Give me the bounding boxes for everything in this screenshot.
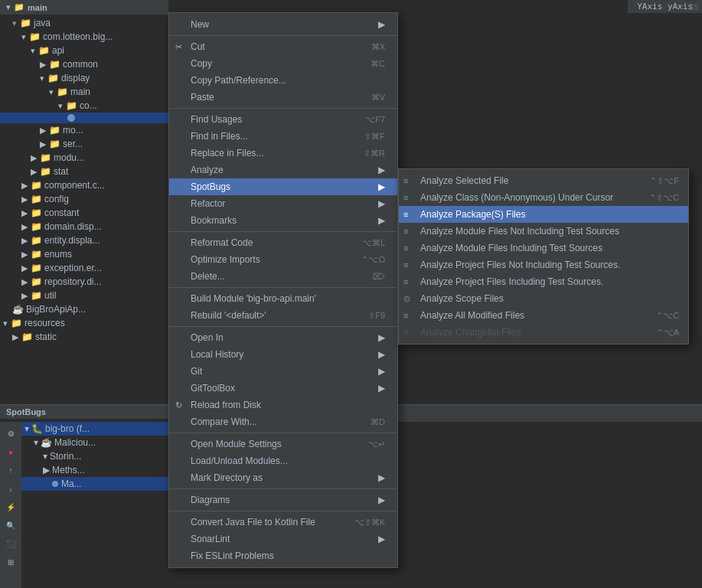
tree-enums[interactable]: ▶ 📁 enums	[0, 247, 168, 261]
toolbar-icon-8[interactable]: ⊞	[2, 554, 19, 570]
menu-load-modules[interactable]: Load/Unload Modules...	[169, 452, 397, 469]
tree-display[interactable]: ▾ 📁 display	[0, 71, 168, 85]
menu-reformat[interactable]: Reformat Code ⌥⌘L	[169, 234, 397, 251]
menu-build[interactable]: Build Module 'big-bro-api.main'	[169, 290, 397, 307]
spotbugs-methods[interactable]: ▶ Meths...	[21, 463, 168, 477]
menu-sep-4	[169, 287, 397, 288]
toolbar-icon-6[interactable]: 🔍	[2, 517, 19, 534]
tree-component[interactable]: ▶ 📁 component.c...	[0, 178, 168, 192]
submenu-analyze-scope-label: Analyze Scope Files	[420, 293, 504, 304]
tree-api[interactable]: ▾ 📁 api	[0, 44, 168, 57]
toolbar-icon-1[interactable]: ⚙	[2, 425, 19, 442]
menu-module-settings[interactable]: Open Module Settings ⌥↵	[169, 436, 397, 452]
menu-analyze[interactable]: Analyze ▶	[169, 162, 397, 178]
menu-local-history[interactable]: Local History ▶	[169, 346, 397, 363]
menu-sep-1	[169, 35, 397, 36]
toolbar-icon-2[interactable]: ●	[2, 443, 19, 460]
folder-icon: 📁	[31, 276, 42, 287]
tree-repository[interactable]: ▶ 📁 repository.di...	[0, 275, 168, 289]
tree-common[interactable]: ▶ 📁 common	[0, 57, 168, 71]
spotbugs-storing[interactable]: ▾ Storin...	[21, 449, 168, 463]
module-settings-shortcut: ⌥↵	[368, 439, 385, 449]
menu-optimize-label: Optimize Imports	[191, 254, 260, 265]
submenu-analyze-scope[interactable]: ⊙ Analyze Scope Files	[399, 290, 688, 307]
tree-stat[interactable]: ▶ 📁 stat	[0, 165, 168, 178]
tree-entity[interactable]: ▶ 📁 entity.displa...	[0, 234, 168, 247]
file-icon: ☕	[41, 437, 52, 448]
menu-new[interactable]: New ▶	[169, 16, 397, 33]
toolbar-icon-3[interactable]: ↑	[2, 462, 19, 479]
analyze-module-icon: ≡	[403, 227, 408, 236]
menu-sonarlint[interactable]: SonarLint ▶	[169, 531, 397, 547]
submenu-analyze-module-test[interactable]: ≡ Analyze Module Files Including Test So…	[399, 240, 688, 256]
tree-util[interactable]: ▶ 📁 util	[0, 289, 168, 302]
spotbugs-ma[interactable]: Ma...	[21, 477, 168, 491]
menu-paste[interactable]: Paste ⌘V	[169, 89, 397, 106]
tree-domain[interactable]: ▶ 📁 domain.disp...	[0, 220, 168, 234]
tree-com[interactable]: ▾ 📁 com.lotteon.big...	[0, 30, 168, 44]
menu-find-files[interactable]: Find in Files... ⇧⌘F	[169, 128, 397, 145]
submenu-analyze-module-notest[interactable]: ≡ Analyze Module Files Not Including Tes…	[399, 223, 688, 240]
menu-compare[interactable]: Compare With... ⌘D	[169, 413, 397, 430]
menu-delete[interactable]: Delete... ⌦	[169, 268, 397, 285]
menu-open-in[interactable]: Open In ▶	[169, 329, 397, 346]
submenu-analyze-cursor[interactable]: ≡ Analyze Class (Non-Anonymous) Under Cu…	[399, 189, 688, 206]
toolbar-icon-7[interactable]: ⬛	[2, 535, 19, 552]
menu-diagrams[interactable]: Diagrams ▶	[169, 492, 397, 508]
tree-main[interactable]: ▾ 📁 main	[0, 85, 168, 99]
tree-co[interactable]: ▾ 📁 co...	[0, 99, 168, 113]
menu-mark-directory[interactable]: Mark Directory as ▶	[169, 469, 397, 486]
menu-optimize[interactable]: Optimize Imports ⌃⌥O	[169, 251, 397, 268]
tree-modu[interactable]: ▶ 📁 modu...	[0, 151, 168, 165]
expand-icon: ▶	[21, 194, 28, 204]
menu-replace-files[interactable]: Replace in Files... ⇧⌘R	[169, 145, 397, 162]
tree-config[interactable]: ▶ 📁 config	[0, 192, 168, 206]
submenu-analyze-changelist[interactable]: ≡ Analyze Changelist Files ⌃⌥A	[399, 324, 688, 341]
tree-constant[interactable]: ▶ 📁 constant	[0, 206, 168, 220]
menu-git[interactable]: Git ▶	[169, 363, 397, 380]
submenu-analyze-project-test-label: Analyze Project Files Including Test Sou…	[420, 276, 603, 287]
submenu-analyze-modified[interactable]: ≡ Analyze All Modified Files ⌃⌥C	[399, 307, 688, 324]
arrow-icon: ▶	[378, 165, 385, 175]
menu-bookmarks[interactable]: Bookmarks ▶	[169, 212, 397, 229]
circle-icon	[67, 114, 75, 122]
menu-eslint[interactable]: Fix ESLint Problems	[169, 547, 397, 564]
spotbugs-malicious[interactable]: ▾ ☕ Maliciou...	[21, 436, 168, 449]
menu-copy[interactable]: Copy ⌘C	[169, 55, 397, 72]
menu-reload[interactable]: ↻ Reload from Disk	[169, 397, 397, 413]
submenu-analyze-project-test[interactable]: ≡ Analyze Project Files Including Test S…	[399, 273, 688, 290]
tree-java[interactable]: ▾ 📁 java	[0, 16, 168, 30]
submenu-analyze-project-notest[interactable]: ≡ Analyze Project Files Not Including Te…	[399, 256, 688, 273]
tree-static[interactable]: ▶ 📁 static	[0, 330, 168, 344]
submenu-analyze-module-test-label: Analyze Module Files Including Test Sour…	[420, 243, 602, 253]
submenu-analyze-selected[interactable]: ≡ Analyze Selected File ⌃⇧⌥F	[399, 172, 688, 189]
rebuild-shortcut: ⇧F9	[368, 311, 385, 321]
menu-cut[interactable]: ✂ Cut ⌘X	[169, 38, 397, 55]
context-menu[interactable]: New ▶ ✂ Cut ⌘X Copy ⌘C Copy Path/Referen…	[168, 12, 398, 568]
tree-ser[interactable]: ▶ 📁 ser...	[0, 137, 168, 151]
menu-gittoolbox[interactable]: GitToolBox ▶	[169, 380, 397, 397]
submenu-analyze-package[interactable]: ≡ Analyze Package(S) Files	[399, 206, 688, 223]
menu-rebuild[interactable]: Rebuild '<default>' ⇧F9	[169, 307, 397, 324]
menu-copy-path[interactable]: Copy Path/Reference...	[169, 72, 397, 89]
tree-bigbro[interactable]: ☕ BigBroApiAp...	[0, 302, 168, 316]
analyze-submenu[interactable]: ≡ Analyze Selected File ⌃⇧⌥F ≡ Analyze C…	[398, 168, 689, 345]
folder-icon: 📁	[40, 152, 51, 163]
menu-spotbugs[interactable]: SpotBugs ▶	[169, 178, 397, 195]
folder-icon: 📁	[49, 125, 60, 136]
toolbar-icon-5[interactable]: ⚡	[2, 498, 19, 515]
expand-icon: ▾	[12, 18, 17, 28]
toolbar-icon-4[interactable]: ↓	[2, 480, 19, 497]
menu-convert-kotlin[interactable]: Convert Java File to Kotlin File ⌥⇧⌘K	[169, 514, 397, 531]
tree-exception[interactable]: ▶ 📁 exception.er...	[0, 261, 168, 275]
folder-icon: 📁	[31, 290, 42, 301]
menu-find-usages[interactable]: Find Usages ⌥F7	[169, 111, 397, 128]
spotbugs-root[interactable]: ▾ 🐛 big-bro (f...	[21, 422, 168, 436]
menu-refactor[interactable]: Refactor ▶	[169, 195, 397, 212]
tree-mo[interactable]: ▶ 📁 mo...	[0, 123, 168, 137]
delete-shortcut: ⌦	[373, 272, 385, 282]
copy-shortcut: ⌘C	[371, 59, 385, 69]
tree-active-file[interactable]	[0, 113, 168, 123]
tree-resources[interactable]: ▾ 📁 resources	[0, 316, 168, 330]
analyze-module-test-icon: ≡	[403, 243, 408, 253]
